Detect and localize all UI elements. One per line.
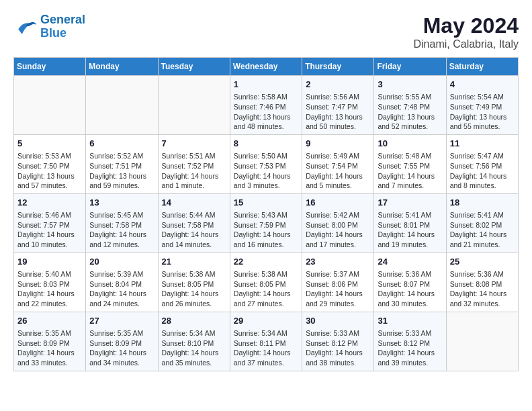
calendar-cell: 23Sunrise: 5:37 AMSunset: 8:06 PMDayligh… <box>302 253 374 312</box>
day-info: Sunrise: 5:53 AMSunset: 7:50 PMDaylight:… <box>17 151 82 191</box>
day-number: 9 <box>306 138 370 150</box>
day-number: 16 <box>306 197 370 209</box>
day-number: 17 <box>378 197 442 209</box>
weekday-header-row: SundayMondayTuesdayWednesdayThursdayFrid… <box>14 58 519 76</box>
day-info: Sunrise: 5:45 AMSunset: 7:58 PMDaylight:… <box>89 210 154 250</box>
day-number: 13 <box>89 197 154 209</box>
day-info: Sunrise: 5:43 AMSunset: 7:59 PMDaylight:… <box>234 210 298 250</box>
day-info: Sunrise: 5:54 AMSunset: 7:49 PMDaylight:… <box>450 92 515 132</box>
day-number: 5 <box>17 138 82 150</box>
day-info: Sunrise: 5:34 AMSunset: 8:11 PMDaylight:… <box>234 328 298 368</box>
day-info: Sunrise: 5:52 AMSunset: 7:51 PMDaylight:… <box>89 151 154 191</box>
day-number: 15 <box>234 197 298 209</box>
calendar-cell <box>86 76 158 135</box>
weekday-header-sunday: Sunday <box>14 58 86 76</box>
day-number: 4 <box>450 79 515 91</box>
calendar-cell: 5Sunrise: 5:53 AMSunset: 7:50 PMDaylight… <box>14 134 86 193</box>
day-info: Sunrise: 5:39 AMSunset: 8:04 PMDaylight:… <box>89 269 154 309</box>
calendar-cell: 26Sunrise: 5:35 AMSunset: 8:09 PMDayligh… <box>14 312 86 371</box>
day-info: Sunrise: 5:48 AMSunset: 7:55 PMDaylight:… <box>378 151 442 191</box>
calendar-week-2: 5Sunrise: 5:53 AMSunset: 7:50 PMDaylight… <box>14 134 519 193</box>
day-number: 23 <box>306 256 370 268</box>
weekday-header-wednesday: Wednesday <box>230 58 302 76</box>
calendar-cell: 19Sunrise: 5:40 AMSunset: 8:03 PMDayligh… <box>14 253 86 312</box>
day-info: Sunrise: 5:42 AMSunset: 8:00 PMDaylight:… <box>306 210 370 250</box>
calendar-cell: 24Sunrise: 5:36 AMSunset: 8:07 PMDayligh… <box>374 253 446 312</box>
weekday-header-monday: Monday <box>86 58 158 76</box>
calendar-cell: 25Sunrise: 5:36 AMSunset: 8:08 PMDayligh… <box>446 253 518 312</box>
calendar-cell: 6Sunrise: 5:52 AMSunset: 7:51 PMDaylight… <box>86 134 158 193</box>
day-info: Sunrise: 5:50 AMSunset: 7:53 PMDaylight:… <box>234 151 298 191</box>
day-info: Sunrise: 5:49 AMSunset: 7:54 PMDaylight:… <box>306 151 370 191</box>
calendar-cell: 20Sunrise: 5:39 AMSunset: 8:04 PMDayligh… <box>86 253 158 312</box>
calendar-cell: 1Sunrise: 5:58 AMSunset: 7:46 PMDaylight… <box>230 76 302 135</box>
calendar-cell: 17Sunrise: 5:41 AMSunset: 8:01 PMDayligh… <box>374 193 446 253</box>
day-info: Sunrise: 5:34 AMSunset: 8:10 PMDaylight:… <box>162 328 226 368</box>
calendar-cell <box>158 76 230 135</box>
calendar-cell: 31Sunrise: 5:33 AMSunset: 8:12 PMDayligh… <box>374 312 446 371</box>
calendar-cell: 28Sunrise: 5:34 AMSunset: 8:10 PMDayligh… <box>158 312 230 371</box>
day-info: Sunrise: 5:41 AMSunset: 8:02 PMDaylight:… <box>450 210 515 250</box>
calendar-location: Dinami, Calabria, Italy <box>414 38 519 50</box>
calendar-cell: 10Sunrise: 5:48 AMSunset: 7:55 PMDayligh… <box>374 134 446 193</box>
calendar-cell: 14Sunrise: 5:44 AMSunset: 7:58 PMDayligh… <box>158 193 230 253</box>
page-header: General Blue May 2024 Dinami, Calabria, … <box>13 13 519 50</box>
calendar-cell <box>446 312 518 371</box>
day-number: 28 <box>162 315 226 327</box>
day-number: 20 <box>89 256 154 268</box>
calendar-cell: 27Sunrise: 5:35 AMSunset: 8:09 PMDayligh… <box>86 312 158 371</box>
day-info: Sunrise: 5:36 AMSunset: 8:07 PMDaylight:… <box>378 269 442 309</box>
day-number: 31 <box>378 315 442 327</box>
logo-line1: General <box>40 13 85 26</box>
day-info: Sunrise: 5:44 AMSunset: 7:58 PMDaylight:… <box>162 210 226 250</box>
day-number: 7 <box>162 138 226 150</box>
day-number: 30 <box>306 315 370 327</box>
day-number: 11 <box>450 138 515 150</box>
day-info: Sunrise: 5:37 AMSunset: 8:06 PMDaylight:… <box>306 269 370 309</box>
calendar-cell: 29Sunrise: 5:34 AMSunset: 8:11 PMDayligh… <box>230 312 302 371</box>
weekday-header-tuesday: Tuesday <box>158 58 230 76</box>
calendar-cell: 9Sunrise: 5:49 AMSunset: 7:54 PMDaylight… <box>302 134 374 193</box>
day-info: Sunrise: 5:33 AMSunset: 8:12 PMDaylight:… <box>306 328 370 368</box>
calendar-cell <box>14 76 86 135</box>
day-info: Sunrise: 5:55 AMSunset: 7:48 PMDaylight:… <box>378 92 442 132</box>
day-info: Sunrise: 5:46 AMSunset: 7:57 PMDaylight:… <box>17 210 82 250</box>
day-number: 6 <box>89 138 154 150</box>
calendar-cell: 30Sunrise: 5:33 AMSunset: 8:12 PMDayligh… <box>302 312 374 371</box>
calendar-week-3: 12Sunrise: 5:46 AMSunset: 7:57 PMDayligh… <box>14 193 519 253</box>
day-info: Sunrise: 5:51 AMSunset: 7:52 PMDaylight:… <box>162 151 226 191</box>
weekday-header-friday: Friday <box>374 58 446 76</box>
day-info: Sunrise: 5:56 AMSunset: 7:47 PMDaylight:… <box>306 92 370 132</box>
day-number: 12 <box>17 197 82 209</box>
logo-icon <box>13 17 38 37</box>
day-info: Sunrise: 5:38 AMSunset: 8:05 PMDaylight:… <box>234 269 298 309</box>
day-number: 1 <box>234 79 298 91</box>
calendar-cell: 2Sunrise: 5:56 AMSunset: 7:47 PMDaylight… <box>302 76 374 135</box>
day-info: Sunrise: 5:35 AMSunset: 8:09 PMDaylight:… <box>17 328 82 368</box>
day-number: 26 <box>17 315 82 327</box>
calendar-cell: 16Sunrise: 5:42 AMSunset: 8:00 PMDayligh… <box>302 193 374 253</box>
calendar-cell: 11Sunrise: 5:47 AMSunset: 7:56 PMDayligh… <box>446 134 518 193</box>
day-number: 22 <box>234 256 298 268</box>
calendar-cell: 7Sunrise: 5:51 AMSunset: 7:52 PMDaylight… <box>158 134 230 193</box>
calendar-cell: 13Sunrise: 5:45 AMSunset: 7:58 PMDayligh… <box>86 193 158 253</box>
day-number: 25 <box>450 256 515 268</box>
day-number: 29 <box>234 315 298 327</box>
calendar-cell: 4Sunrise: 5:54 AMSunset: 7:49 PMDaylight… <box>446 76 518 135</box>
day-number: 19 <box>17 256 82 268</box>
day-number: 21 <box>162 256 226 268</box>
day-number: 24 <box>378 256 442 268</box>
calendar-title: May 2024 <box>414 13 519 38</box>
day-info: Sunrise: 5:41 AMSunset: 8:01 PMDaylight:… <box>378 210 442 250</box>
day-number: 18 <box>450 197 515 209</box>
logo-text: General Blue <box>40 13 85 40</box>
weekday-header-thursday: Thursday <box>302 58 374 76</box>
weekday-header-saturday: Saturday <box>446 58 518 76</box>
day-info: Sunrise: 5:33 AMSunset: 8:12 PMDaylight:… <box>378 328 442 368</box>
calendar-cell: 21Sunrise: 5:38 AMSunset: 8:05 PMDayligh… <box>158 253 230 312</box>
calendar-week-1: 1Sunrise: 5:58 AMSunset: 7:46 PMDaylight… <box>14 76 519 135</box>
calendar-week-5: 26Sunrise: 5:35 AMSunset: 8:09 PMDayligh… <box>14 312 519 371</box>
day-number: 10 <box>378 138 442 150</box>
calendar-cell: 3Sunrise: 5:55 AMSunset: 7:48 PMDaylight… <box>374 76 446 135</box>
title-block: May 2024 Dinami, Calabria, Italy <box>414 13 519 50</box>
